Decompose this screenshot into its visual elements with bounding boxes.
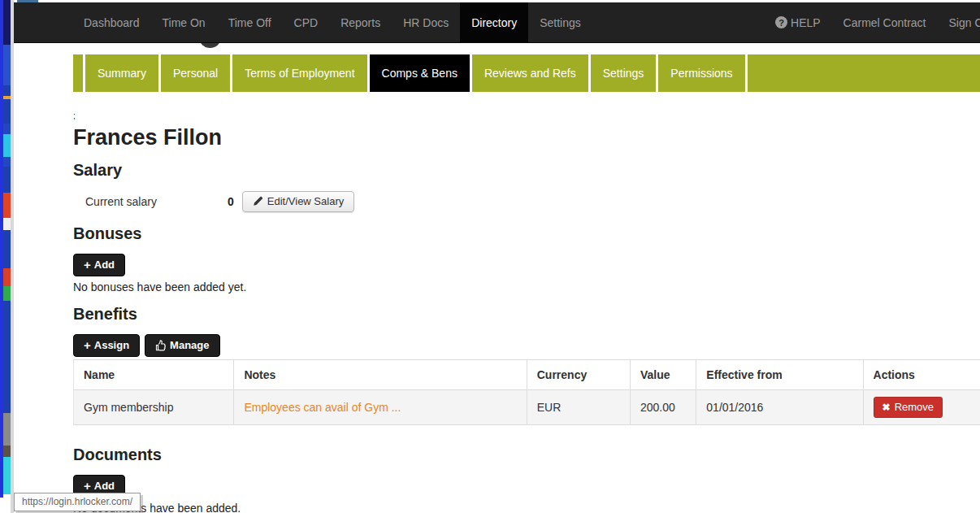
nav-item-directory[interactable]: Directory bbox=[460, 2, 528, 42]
edit-view-salary-label: Edit/View Salary bbox=[267, 195, 344, 207]
remove-benefit-label: Remove bbox=[895, 401, 934, 413]
assign-benefit-button[interactable]: + Assign bbox=[73, 334, 140, 357]
tabbar-filler bbox=[748, 54, 980, 92]
navbar-left-group: Dashboard Time On Time Off CPD Reports H… bbox=[72, 2, 592, 42]
sliver-seg bbox=[3, 268, 11, 286]
tabbar-stub bbox=[73, 54, 83, 92]
question-circle-icon: ? bbox=[775, 16, 787, 28]
salary-heading: Salary bbox=[73, 160, 980, 180]
page-title: Frances Fillon bbox=[73, 125, 980, 150]
plus-icon: + bbox=[84, 481, 91, 490]
benefit-currency-cell: EUR bbox=[527, 390, 630, 425]
benefits-heading: Benefits bbox=[73, 304, 980, 324]
manage-benefits-button[interactable]: Manage bbox=[145, 334, 219, 357]
assign-benefit-label: Assign bbox=[94, 339, 129, 351]
account-menu[interactable]: Carmel Contract bbox=[832, 2, 938, 42]
sliver-seg bbox=[3, 286, 11, 301]
x-icon: ✖ bbox=[882, 402, 891, 413]
benefits-table: Name Notes Currency Value Effective from… bbox=[73, 359, 980, 425]
top-navbar: Dashboard Time On Time Off CPD Reports H… bbox=[14, 2, 980, 43]
sliver-seg bbox=[3, 45, 11, 85]
tab-permissions[interactable]: Permissions bbox=[658, 54, 744, 92]
help-link[interactable]: ? HELP bbox=[764, 2, 832, 42]
current-salary-label: Current salary bbox=[85, 195, 228, 208]
background-window-sliver bbox=[0, 0, 14, 513]
nav-item-time-off[interactable]: Time Off bbox=[217, 2, 283, 42]
sliver-seg bbox=[3, 230, 11, 268]
table-row: Gym membership Employees can avail of Gy… bbox=[74, 390, 980, 425]
navbar-right-group: ? HELP Carmel Contract Sign Out bbox=[764, 2, 980, 42]
sliver-gray-gutter bbox=[11, 0, 14, 513]
documents-empty-text: No documents have been added. bbox=[73, 502, 980, 513]
benefit-notes-link[interactable]: Employees can avail of Gym ... bbox=[244, 401, 401, 414]
sliver-seg bbox=[3, 457, 11, 494]
tab-settings[interactable]: Settings bbox=[591, 54, 657, 92]
nav-item-reports[interactable]: Reports bbox=[329, 2, 392, 42]
sliver-seg bbox=[3, 413, 11, 446]
benefit-notes-cell: Employees can avail of Gym ... bbox=[234, 390, 527, 425]
sliver-seg bbox=[3, 446, 11, 457]
benefit-value-cell: 200.00 bbox=[630, 390, 696, 425]
sliver-seg bbox=[3, 494, 11, 513]
documents-heading: Documents bbox=[73, 445, 980, 464]
profile-tabbar: Summary Personal Terms of Employment Com… bbox=[73, 54, 980, 92]
current-salary-value: 0 bbox=[228, 195, 234, 208]
tab-terms-of-employment[interactable]: Terms of Employment bbox=[232, 54, 366, 92]
nav-item-time-on[interactable]: Time On bbox=[151, 2, 217, 42]
add-bonus-button[interactable]: + Add bbox=[73, 254, 125, 276]
sliver-seg bbox=[3, 134, 11, 157]
status-url-bubble: https://login.hrlocker.com/ bbox=[14, 493, 141, 511]
benefits-table-header-row: Name Notes Currency Value Effective from… bbox=[74, 360, 980, 390]
sliver-seg bbox=[3, 193, 11, 218]
col-header-notes: Notes bbox=[234, 360, 527, 390]
add-bonus-label: Add bbox=[94, 259, 115, 271]
tab-comps-and-bens[interactable]: Comps & Bens bbox=[370, 54, 470, 92]
benefit-effective-from-cell: 01/01/2016 bbox=[696, 390, 863, 425]
nav-item-settings[interactable]: Settings bbox=[528, 2, 592, 42]
current-salary-row: Current salary 0 Edit/View Salary bbox=[73, 190, 980, 213]
edit-view-salary-button[interactable]: Edit/View Salary bbox=[242, 191, 354, 212]
col-header-currency: Currency bbox=[527, 360, 630, 390]
col-header-actions: Actions bbox=[863, 360, 980, 390]
sign-out-link[interactable]: Sign Out bbox=[938, 2, 980, 42]
plus-icon: + bbox=[84, 341, 91, 350]
bonuses-heading: Bonuses bbox=[73, 224, 980, 243]
col-header-value: Value bbox=[630, 360, 696, 390]
tab-reviews-and-refs[interactable]: Reviews and Refs bbox=[472, 54, 588, 92]
tab-personal[interactable]: Personal bbox=[161, 54, 230, 92]
main-content: ; Frances Fillon Salary Current salary 0… bbox=[73, 111, 980, 513]
remove-benefit-button[interactable]: ✖ Remove bbox=[874, 397, 943, 418]
tab-summary[interactable]: Summary bbox=[85, 54, 158, 92]
col-header-effective-from: Effective from bbox=[696, 360, 863, 390]
sliver-seg bbox=[3, 0, 11, 45]
sliver-seg bbox=[3, 96, 11, 99]
sliver-seg bbox=[3, 85, 11, 124]
help-label: HELP bbox=[791, 16, 821, 29]
sliver-seg bbox=[3, 167, 11, 193]
nav-item-hr-docs[interactable]: HR Docs bbox=[392, 2, 460, 42]
benefit-actions-cell: ✖ Remove bbox=[863, 390, 980, 425]
pencil-icon bbox=[253, 196, 263, 207]
background-tab-fragment bbox=[17, 0, 38, 2]
plus-icon: + bbox=[84, 260, 91, 269]
manage-benefits-label: Manage bbox=[170, 339, 209, 351]
col-header-name: Name bbox=[74, 360, 234, 390]
add-document-label: Add bbox=[94, 480, 115, 492]
nav-item-dashboard[interactable]: Dashboard bbox=[72, 2, 151, 42]
nav-item-cpd[interactable]: CPD bbox=[283, 2, 330, 42]
thumbs-up-icon bbox=[155, 340, 167, 351]
bonuses-empty-text: No bonuses have been added yet. bbox=[73, 280, 980, 293]
sliver-seg bbox=[3, 218, 11, 230]
benefit-name-cell: Gym membership bbox=[74, 390, 234, 425]
benefits-button-row: + Assign Manage bbox=[73, 334, 980, 357]
stray-semicolon: ; bbox=[73, 111, 980, 120]
sliver-seg bbox=[3, 301, 11, 413]
